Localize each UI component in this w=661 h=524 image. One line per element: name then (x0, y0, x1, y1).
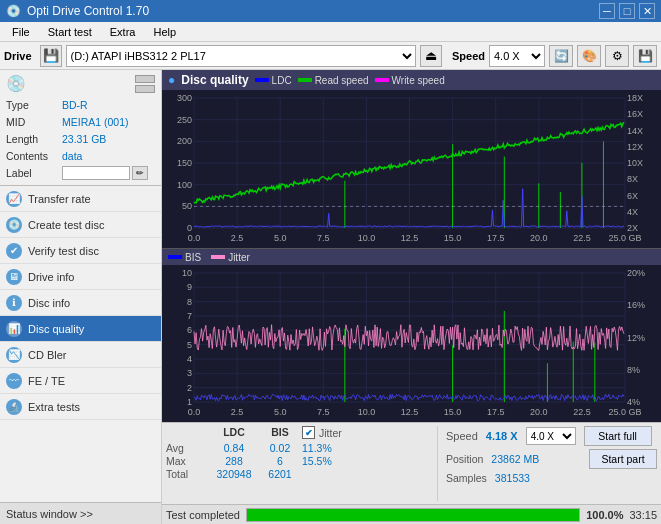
fe-te-icon: 〰 (6, 373, 22, 389)
nav-disc-quality[interactable]: 📊 Disc quality (0, 316, 161, 342)
bis-total: 6201 (258, 468, 302, 480)
disc-panel-icon: 💿 (6, 74, 26, 93)
nav-disc-info[interactable]: ℹ Disc info (0, 290, 161, 316)
speed-value: 4.18 X (486, 430, 518, 442)
progress-time: 33:15 (629, 509, 657, 521)
jitter-label: Jitter (319, 427, 342, 439)
eject-button[interactable]: ⏏ (420, 45, 442, 67)
ldc-avg: 0.84 (210, 442, 258, 454)
disc-quality-bullet: ● (168, 73, 175, 87)
charts-area: BIS Jitter (162, 90, 661, 422)
legend-ldc: LDC (255, 75, 292, 86)
legend-jitter-label: Jitter (228, 252, 250, 263)
legend-read-speed-label: Read speed (315, 75, 369, 86)
stats-avg-row: Avg 0.84 0.02 11.3% (166, 442, 433, 454)
nav-verify-test-disc-label: Verify test disc (28, 245, 99, 257)
nav-drive-info[interactable]: 🖥 Drive info (0, 264, 161, 290)
menu-help[interactable]: Help (145, 24, 184, 40)
nav-verify-test-disc[interactable]: ✔ Verify test disc (0, 238, 161, 264)
drive-bar: Drive 💾 (D:) ATAPI iHBS312 2 PL17 ⏏ Spee… (0, 42, 661, 70)
refresh-button[interactable]: 🔄 (549, 45, 573, 67)
nav-items: 📈 Transfer rate 💿 Create test disc ✔ Ver… (0, 186, 161, 502)
position-row: Position 23862 MB Start part (446, 449, 657, 469)
speed-label: Speed (446, 50, 485, 62)
label-edit-button[interactable]: ✏ (132, 166, 148, 180)
nav-transfer-rate[interactable]: 📈 Transfer rate (0, 186, 161, 212)
nav-cd-bler-label: CD Bler (28, 349, 67, 361)
maximize-button[interactable]: □ (619, 3, 635, 19)
options-button[interactable]: 🎨 (577, 45, 601, 67)
disc-panel: 💿 Type BD-R MID MEIRA1 (001) Length 23.3 (0, 70, 161, 186)
legend-write-speed-color (375, 78, 389, 82)
disc-length-value: 23.31 GB (62, 133, 155, 145)
jitter-checkbox[interactable]: ✔ (302, 426, 315, 439)
samples-value: 381533 (495, 472, 530, 484)
legend-read-speed-color (298, 78, 312, 82)
speed-label: Speed (446, 430, 478, 442)
stats-left: LDC BIS ✔ Jitter Avg 0.84 0.02 11.3% (166, 426, 433, 501)
drive-icon-button[interactable]: 💾 (40, 45, 62, 67)
menu-extra[interactable]: Extra (102, 24, 144, 40)
status-window-button[interactable]: Status window >> (0, 502, 161, 524)
legend-bis: BIS (168, 252, 201, 263)
chart-bottom (162, 265, 661, 422)
window-title: Opti Drive Control 1.70 (27, 4, 149, 18)
legend-read-speed: Read speed (298, 75, 369, 86)
jitter-max: 15.5% (302, 455, 433, 467)
stats-inner: LDC BIS ✔ Jitter Avg 0.84 0.02 11.3% (162, 423, 661, 504)
chart-top-canvas (162, 90, 661, 248)
save-button[interactable]: 💾 (633, 45, 657, 67)
title-bar-controls: ─ □ ✕ (599, 3, 655, 19)
status-text: Test completed (166, 509, 240, 521)
drive-select[interactable]: (D:) ATAPI iHBS312 2 PL17 (66, 45, 416, 67)
close-button[interactable]: ✕ (639, 3, 655, 19)
bis-header: BIS (258, 426, 302, 439)
menu-start-test[interactable]: Start test (40, 24, 100, 40)
speed-select[interactable]: 4.0 X (489, 45, 545, 67)
samples-label: Samples (446, 472, 487, 484)
legend-bis-label: BIS (185, 252, 201, 263)
max-label: Max (166, 455, 210, 467)
drive-info-icon: 🖥 (6, 269, 22, 285)
legend-jitter-color (211, 255, 225, 259)
title-bar-left: 💿 Opti Drive Control 1.70 (6, 4, 149, 18)
legend-write-speed: Write speed (375, 75, 445, 86)
menu-file[interactable]: File (4, 24, 38, 40)
nav-disc-quality-label: Disc quality (28, 323, 84, 335)
nav-fe-te[interactable]: 〰 FE / TE (0, 368, 161, 394)
minimize-button[interactable]: ─ (599, 3, 615, 19)
start-part-button[interactable]: Start part (589, 449, 657, 469)
settings-button[interactable]: ⚙ (605, 45, 629, 67)
start-full-button[interactable]: Start full (584, 426, 652, 446)
disc-mid-value: MEIRA1 (001) (62, 116, 155, 128)
sidebar: 💿 Type BD-R MID MEIRA1 (001) Length 23.3 (0, 70, 162, 524)
legend-bis-color (168, 255, 182, 259)
main-layout: 💿 Type BD-R MID MEIRA1 (001) Length 23.3 (0, 70, 661, 524)
app-icon: 💿 (6, 4, 21, 18)
total-label: Total (166, 468, 210, 480)
nav-extra-tests[interactable]: 🔬 Extra tests (0, 394, 161, 420)
disc-type-value: BD-R (62, 99, 155, 111)
stats-right: Speed 4.18 X 4.0 X Start full Position 2… (437, 426, 657, 501)
disc-rows: Type BD-R MID MEIRA1 (001) Length 23.31 … (6, 97, 155, 181)
stats-bar: LDC BIS ✔ Jitter Avg 0.84 0.02 11.3% (162, 422, 661, 504)
nav-create-test-disc[interactable]: 💿 Create test disc (0, 212, 161, 238)
progress-percent: 100.0% (586, 509, 623, 521)
speed-row: Speed 4.18 X 4.0 X Start full (446, 426, 657, 446)
legend-write-speed-label: Write speed (392, 75, 445, 86)
jitter-header: ✔ Jitter (302, 426, 433, 439)
disc-info-icon: ℹ (6, 295, 22, 311)
disc-mid-row: MID MEIRA1 (001) (6, 114, 155, 130)
samples-row: Samples 381533 (446, 472, 657, 484)
progress-track (246, 508, 580, 522)
stats-total-row: Total 320948 6201 (166, 468, 433, 480)
legend-ldc-label: LDC (272, 75, 292, 86)
create-test-disc-icon: 💿 (6, 217, 22, 233)
chart-top (162, 90, 661, 249)
ldc-header: LDC (210, 426, 258, 439)
nav-cd-bler[interactable]: 📉 CD Bler (0, 342, 161, 368)
speed-select2[interactable]: 4.0 X (526, 427, 576, 445)
verify-test-disc-icon: ✔ (6, 243, 22, 259)
label-input[interactable] (62, 166, 130, 180)
nav-transfer-rate-label: Transfer rate (28, 193, 91, 205)
